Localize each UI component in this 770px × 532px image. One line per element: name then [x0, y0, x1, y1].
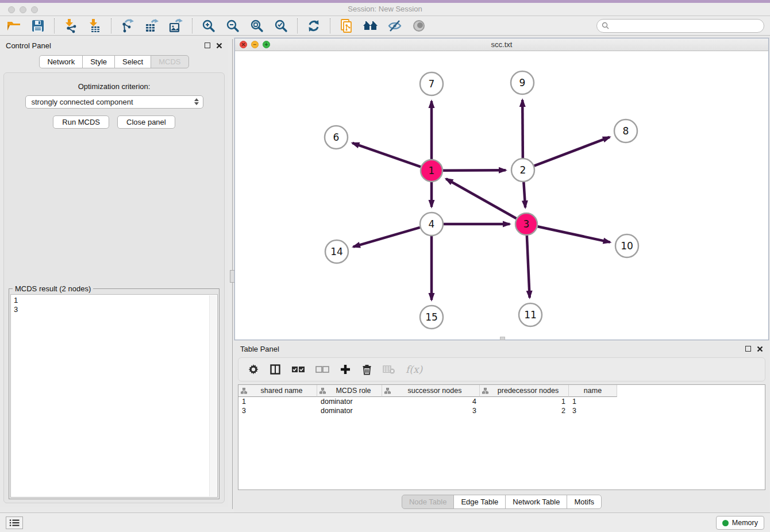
float-panel-icon[interactable] — [205, 43, 210, 48]
zoom-in-icon[interactable] — [201, 18, 217, 34]
cell-predecessor-nodes[interactable]: 1 — [480, 397, 569, 406]
table-body: 1dominator4113dominator323 — [238, 397, 765, 415]
open-session-icon[interactable] — [6, 18, 22, 34]
column-header-successor-nodes[interactable]: successor nodes — [382, 385, 480, 397]
mcds-result-textarea[interactable]: 1 3 — [10, 294, 218, 498]
save-session-icon[interactable] — [30, 18, 46, 34]
export-image-icon[interactable] — [168, 18, 184, 34]
graph-node-8[interactable]: 8 — [614, 119, 637, 142]
network-canvas[interactable]: 7968124314101511 — [235, 51, 768, 340]
graph-edge-1-6[interactable] — [352, 143, 421, 167]
toolbar-separator — [111, 18, 111, 33]
optimization-criterion-select[interactable]: strongly connected component — [25, 95, 203, 109]
graph-edge-2-8[interactable] — [534, 137, 610, 166]
function-builder-button: f(x) — [406, 364, 422, 375]
graph-node-3[interactable]: 3 — [515, 213, 537, 235]
close-panel-icon[interactable] — [216, 43, 222, 49]
result-scrollbar[interactable] — [209, 295, 217, 496]
tab-node-table[interactable]: Node Table — [402, 495, 455, 509]
import-table-icon[interactable] — [87, 18, 103, 34]
tab-select[interactable]: Select — [114, 55, 151, 68]
cell-shared-name[interactable]: 1 — [238, 397, 317, 406]
zoom-fit-icon[interactable] — [249, 18, 265, 34]
graph-node-1[interactable]: 1 — [421, 160, 442, 182]
svg-text:6: 6 — [333, 132, 340, 143]
graph-node-7[interactable]: 7 — [420, 72, 443, 95]
graph-node-9[interactable]: 9 — [511, 71, 534, 94]
tab-network[interactable]: Network — [39, 55, 83, 68]
column-header-predecessor-nodes[interactable]: predecessor nodes — [480, 385, 569, 397]
graph-edge-3-10[interactable] — [538, 226, 610, 242]
minimize-network-icon[interactable]: − — [251, 41, 259, 48]
table-row-0[interactable]: 1dominator411 — [238, 397, 765, 406]
column-header-MCDS-role[interactable]: MCDS role — [317, 385, 382, 397]
graph-edge-3-1[interactable] — [446, 179, 516, 218]
column-header-name[interactable]: name — [569, 385, 617, 397]
task-history-button[interactable] — [6, 516, 23, 529]
maximize-network-icon[interactable]: + — [263, 41, 270, 48]
import-network-icon[interactable] — [63, 18, 79, 34]
deselect-all-icon[interactable] — [315, 365, 329, 373]
cell-MCDS-role[interactable]: dominator — [317, 406, 382, 415]
close-panel-button[interactable]: Close panel — [117, 115, 175, 129]
cell-name[interactable]: 3 — [569, 406, 617, 415]
tab-style[interactable]: Style — [82, 55, 115, 68]
zoom-selected-icon[interactable] — [273, 18, 289, 34]
column-settings-gear-icon[interactable] — [248, 364, 259, 375]
tab-motifs[interactable]: Motifs — [567, 495, 602, 509]
float-table-panel-icon[interactable] — [745, 346, 751, 352]
graph-edge-2-3[interactable] — [523, 182, 525, 207]
zoom-out-icon[interactable] — [225, 18, 241, 34]
sort-column-icon[interactable] — [384, 388, 391, 394]
select-all-icon[interactable] — [291, 365, 305, 373]
graph-edge-1-2[interactable] — [443, 170, 506, 171]
node-table[interactable]: shared nameMCDS rolesuccessor nodesprede… — [238, 384, 765, 490]
network-window-titlebar[interactable]: ✕ − + scc.txt — [235, 38, 768, 51]
graph-edge-2-9[interactable] — [522, 100, 523, 158]
create-column-plus-icon[interactable] — [340, 364, 351, 375]
tab-network-table[interactable]: Network Table — [505, 495, 567, 509]
tab-edge-table[interactable]: Edge Table — [453, 495, 506, 509]
cell-successor-nodes[interactable]: 4 — [382, 397, 480, 406]
table-row-1[interactable]: 3dominator323 — [238, 406, 765, 415]
close-table-panel-icon[interactable] — [757, 346, 763, 352]
graph-node-11[interactable]: 11 — [519, 303, 542, 326]
cell-name[interactable]: 1 — [569, 397, 617, 406]
sort-column-icon[interactable] — [241, 388, 247, 394]
search-input[interactable] — [612, 21, 759, 30]
svg-text:1: 1 — [429, 165, 435, 176]
tab-mcds[interactable]: MCDS — [151, 55, 188, 68]
hide-selected-icon[interactable] — [387, 18, 403, 34]
column-header-shared-name[interactable]: shared name — [238, 385, 317, 397]
delete-column-trash-icon[interactable] — [361, 364, 372, 375]
graph-edge-4-14[interactable] — [353, 228, 420, 247]
cell-shared-name[interactable]: 3 — [238, 406, 317, 415]
run-mcds-button[interactable]: Run MCDS — [53, 115, 109, 129]
svg-text:3: 3 — [523, 218, 530, 230]
graph-edge-3-11[interactable] — [527, 236, 530, 298]
cell-MCDS-role[interactable]: dominator — [317, 397, 382, 406]
close-network-icon[interactable]: ✕ — [240, 41, 247, 48]
apply-layout-icon[interactable] — [306, 18, 322, 34]
export-network-icon[interactable] — [120, 18, 136, 34]
cell-successor-nodes[interactable]: 3 — [382, 406, 480, 415]
show-columns-icon[interactable] — [270, 364, 281, 375]
sort-column-icon[interactable] — [482, 388, 488, 394]
graph-node-15[interactable]: 15 — [420, 306, 443, 329]
graph-node-10[interactable]: 10 — [615, 234, 638, 257]
graph-node-6[interactable]: 6 — [325, 126, 348, 149]
new-network-from-selection-icon[interactable] — [338, 18, 355, 34]
window-resize-grip[interactable] — [500, 337, 505, 340]
export-table-icon[interactable] — [144, 18, 160, 34]
graph-node-4[interactable]: 4 — [420, 213, 443, 236]
cell-predecessor-nodes[interactable]: 2 — [480, 406, 569, 415]
search-box[interactable] — [596, 19, 764, 33]
graph-node-2[interactable]: 2 — [511, 159, 534, 182]
memory-button[interactable]: Memory — [716, 516, 764, 530]
sort-column-icon[interactable] — [319, 388, 326, 394]
first-neighbors-icon[interactable] — [363, 18, 379, 34]
table-panel-title: Table Panel — [240, 345, 279, 353]
graph-node-14[interactable]: 14 — [325, 240, 348, 263]
show-all-icon[interactable] — [411, 18, 427, 34]
panel-divider[interactable] — [228, 39, 234, 509]
